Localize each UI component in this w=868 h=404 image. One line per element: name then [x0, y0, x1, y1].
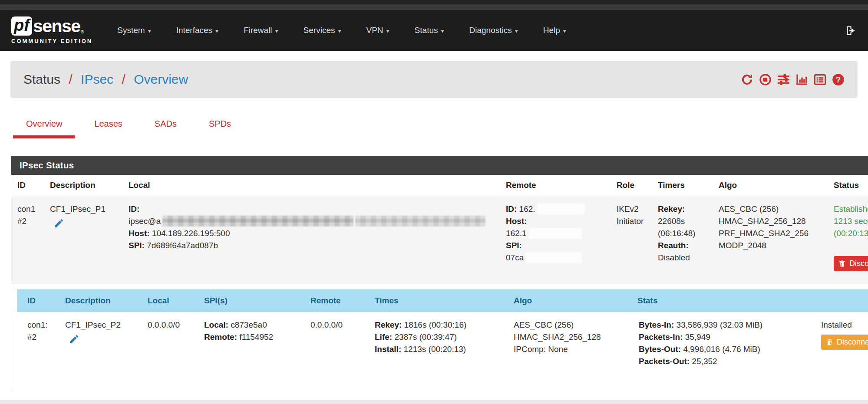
status-age-seconds: 1213 seconds: [834, 215, 868, 227]
breadcrumb-link-ipsec[interactable]: IPsec: [81, 72, 113, 86]
packets-in-value: 35,949: [685, 332, 710, 342]
local-spi-value: 7d689f64a7ad087b: [147, 241, 218, 250]
status-established: Established: [834, 203, 868, 215]
cell-timers: Rekey: 22608s (06:16:48) Reauth: Disable…: [652, 196, 713, 285]
disconnect-child-button[interactable]: Disconnect: [821, 335, 868, 350]
cell-stats: Bytes-In: 33,586,939 (32.03 MiB) Packets…: [631, 312, 814, 378]
algo-ipcomp: IPComp: None: [514, 343, 628, 355]
status-installed: Installed: [821, 319, 868, 331]
trash-icon: [826, 338, 833, 346]
tab-sads[interactable]: SADs: [142, 114, 190, 138]
spi-local-value: c873e5a0: [231, 320, 267, 329]
col-header-local: Local: [125, 175, 500, 196]
menu-item-diagnostics[interactable]: Diagnostics: [457, 21, 531, 39]
algo-integrity: HMAC_SHA2_256_128: [719, 215, 824, 227]
edit-pencil-icon[interactable]: [69, 334, 79, 348]
algo-dh-group: MODP_2048: [719, 240, 824, 252]
sub-tabs: Overview Leases SADs SPDs: [13, 114, 868, 138]
tab-overview[interactable]: Overview: [13, 114, 75, 138]
cell-algo: AES_CBC (256) HMAC_SHA2_256_128 PRF_HMAC…: [713, 196, 828, 285]
pfsense-logo[interactable]: pf sense ® COMMUNITY EDITION: [11, 16, 92, 44]
breadcrumb-link-overview[interactable]: Overview: [134, 72, 188, 86]
child-sa-row: con1: #2 CF1_IPsec_P2 0.0.0.0/0 Local: c…: [17, 312, 868, 378]
cell-child-status: Installed Disconnect: [814, 312, 868, 378]
cell-local-network: 0.0.0.0/0: [142, 312, 198, 378]
menu-item-system[interactable]: System: [105, 21, 163, 39]
rekey-seconds: 22608s: [658, 215, 709, 227]
col-header-role: Role: [611, 175, 652, 196]
breadcrumb-bar: Status / IPsec / Overview ?: [10, 61, 858, 98]
chevron-down-icon: [441, 27, 444, 34]
cell-description: CF1_IPsec_P2: [59, 312, 142, 378]
menu-item-vpn[interactable]: VPN: [354, 21, 402, 39]
bytes-in-value: 33,586,939 (32.03 MiB): [677, 320, 763, 329]
chevron-down-icon: [386, 27, 389, 34]
remote-spi-label: SPI:: [506, 241, 522, 250]
packets-in-label: Packets-In:: [639, 332, 683, 342]
time-life-label: Life:: [375, 332, 392, 342]
redacted-blur: [162, 216, 353, 227]
tab-spds[interactable]: SPDs: [196, 114, 244, 138]
col-header-local: Local: [142, 289, 198, 312]
bar-chart-icon[interactable]: [795, 73, 808, 86]
panel-title: IPsec Status: [11, 156, 868, 175]
menu-item-firewall[interactable]: Firewall: [231, 21, 290, 39]
menu-label: Diagnostics: [469, 26, 512, 35]
chevron-down-icon: [215, 27, 218, 34]
redacted-blur: [538, 204, 584, 214]
logo-pf-box: pf: [11, 16, 32, 36]
list-icon[interactable]: [814, 73, 826, 86]
redacted-blur: [355, 216, 485, 227]
chevron-down-icon: [563, 27, 566, 34]
packets-out-label: Packets-Out:: [639, 357, 690, 366]
child-sa-table: ID Description Local SPI(s) Remote Times…: [17, 289, 868, 378]
menu-label: Firewall: [244, 26, 272, 35]
edit-pencil-icon[interactable]: [53, 218, 64, 232]
stop-circle-icon[interactable]: [759, 73, 772, 86]
col-header-remote: Remote: [304, 289, 369, 312]
sign-out-icon[interactable]: [845, 25, 857, 36]
menu-item-status[interactable]: Status: [402, 21, 457, 39]
window-chrome-strip: [0, 0, 868, 4]
cell-times: Rekey: 1816s (00:30:16) Life: 2387s (00:…: [369, 312, 508, 378]
menu-label: System: [117, 26, 145, 35]
breadcrumb-separator: /: [69, 72, 72, 86]
ike-sa-row: con1 #2 CF1_IPsec_P1 ID: ipsec@a Host: 1…: [11, 196, 868, 285]
ike-version: IKEv2: [617, 203, 648, 215]
col-header-times: Times: [369, 289, 508, 312]
col-header-spis: SPI(s): [198, 289, 304, 312]
cell-remote-network: 0.0.0.0/0: [304, 312, 369, 378]
cell-spis: Local: c873e5a0 Remote: f1154952: [198, 312, 304, 378]
rekey-time: (06:16:48): [658, 227, 709, 240]
child-header-row: ID Description Local SPI(s) Remote Times…: [17, 289, 868, 312]
menu-label: VPN: [366, 26, 383, 35]
disconnect-button[interactable]: Disconnect: [834, 256, 868, 271]
local-host-value: 104.189.226.195:500: [152, 229, 230, 238]
redacted-blur: [529, 228, 582, 239]
disconnect-label: Disconnect: [837, 338, 868, 347]
connection-id: con1: [17, 203, 40, 215]
tab-leases[interactable]: Leases: [81, 114, 135, 138]
menu-item-interfaces[interactable]: Interfaces: [164, 21, 231, 39]
menu-item-help[interactable]: Help: [531, 21, 579, 39]
remote-id-value: 162.: [519, 204, 535, 213]
local-id-value: ipsec@a: [129, 217, 161, 226]
sliders-icon[interactable]: [777, 73, 790, 86]
packets-out-value: 25,352: [692, 357, 717, 366]
col-header-algo: Algo: [508, 289, 631, 312]
local-spi-label: SPI:: [129, 241, 145, 250]
page: pf sense ® COMMUNITY EDITION System Inte…: [0, 0, 868, 400]
time-rekey-label: Rekey:: [375, 320, 402, 329]
tunnel-description: CF1_IPsec_P2: [65, 319, 138, 331]
chevron-down-icon: [148, 27, 151, 34]
cell-algo: AES_CBC (256) HMAC_SHA2_256_128 IPComp: …: [508, 312, 631, 378]
connection-id: con1:: [27, 319, 56, 331]
bytes-in-label: Bytes-In:: [639, 320, 674, 329]
cell-description: CF1_IPsec_P1: [44, 196, 125, 285]
disconnect-label: Disconnect: [849, 259, 868, 268]
menu-label: Interfaces: [176, 26, 212, 35]
menu-item-services[interactable]: Services: [291, 21, 354, 39]
reauth-value: Disabled: [658, 252, 709, 264]
help-icon[interactable]: ?: [832, 73, 845, 86]
refresh-icon[interactable]: [741, 73, 753, 86]
